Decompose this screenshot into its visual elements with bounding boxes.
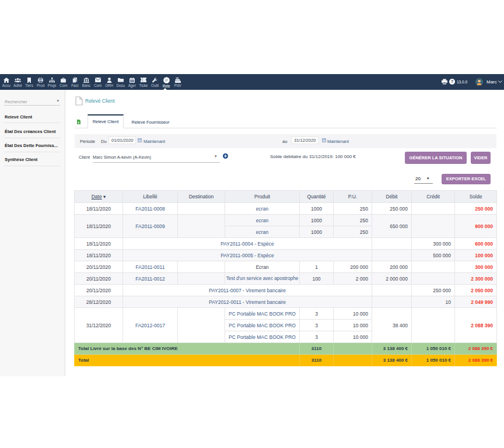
svg-text:?: ? xyxy=(451,79,454,84)
